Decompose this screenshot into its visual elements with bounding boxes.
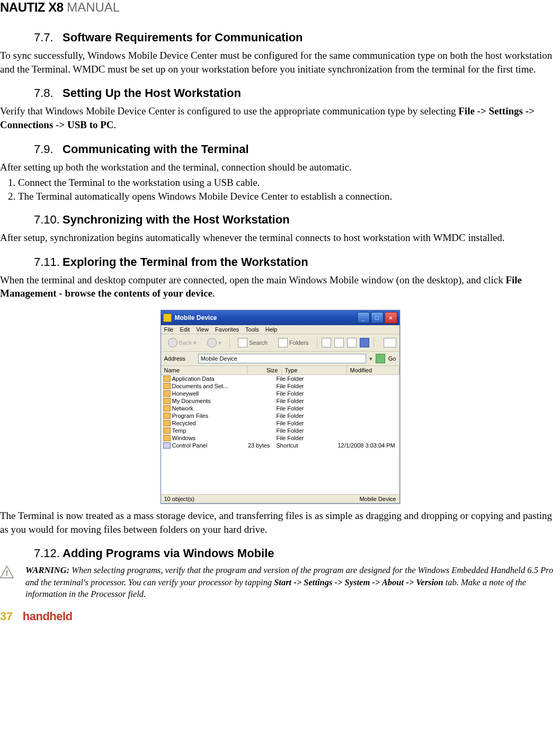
menu-tools[interactable]: Tools — [245, 326, 259, 333]
table-row[interactable]: TempFile Folder — [161, 427, 399, 434]
toolbar-divider — [317, 337, 317, 348]
menu-help[interactable]: Help — [265, 326, 278, 333]
file-modified — [335, 427, 399, 434]
folder-icon — [163, 413, 171, 419]
window-title: Mobile Device — [175, 314, 217, 321]
file-type: File Folder — [273, 434, 335, 442]
list-item: The Terminal automatically opens Windows… — [18, 191, 560, 202]
file-type: File Folder — [273, 375, 335, 382]
forward-icon — [207, 338, 217, 347]
table-row[interactable]: RecycledFile Folder — [161, 419, 399, 427]
go-label: Go — [388, 355, 396, 362]
file-size — [243, 427, 273, 434]
file-name: Recycled — [172, 419, 196, 427]
table-row[interactable]: Control Panel23 bytesShortcut12/1/2008 3… — [161, 442, 399, 449]
file-name: Temp — [172, 427, 186, 434]
header-manual: MANUAL — [64, 0, 120, 14]
minimize-button[interactable]: _ — [357, 312, 370, 324]
menu-file[interactable]: File — [164, 326, 174, 333]
toolbar-divider — [374, 337, 374, 348]
table-row[interactable]: WindowsFile Folder — [161, 434, 399, 442]
col-type-header[interactable]: Type — [282, 366, 347, 374]
file-size — [243, 382, 273, 390]
status-bar: 10 object(s) Mobile Device — [161, 494, 399, 503]
toolbar-icon[interactable] — [347, 338, 357, 347]
file-size — [243, 397, 273, 405]
doc-header: NAUTIZ X8 MANUAL — [0, 0, 560, 20]
file-type: File Folder — [273, 419, 335, 427]
back-button[interactable]: Back ▾ — [164, 336, 200, 349]
para-7-10: After setup, synchronization begins auto… — [0, 231, 560, 245]
control-panel-icon — [163, 442, 171, 449]
folder-icon — [163, 383, 171, 389]
col-modified-header[interactable]: Modified — [347, 366, 399, 374]
file-name: Control Panel — [172, 442, 208, 449]
file-type: File Folder — [273, 382, 335, 390]
file-list[interactable]: Application DataFile FolderDocuments and… — [161, 375, 399, 494]
maximize-button[interactable]: □ — [371, 312, 384, 324]
table-row[interactable]: HoneywellFile Folder — [161, 390, 399, 397]
file-modified — [335, 412, 399, 419]
file-modified — [335, 390, 399, 397]
file-type: File Folder — [273, 412, 335, 419]
file-size — [243, 434, 273, 442]
table-row[interactable]: Program FilesFile Folder — [161, 412, 399, 419]
file-type: File Folder — [273, 397, 335, 405]
address-bar: Address ▾ Go — [161, 352, 399, 366]
menu-edit[interactable]: Edit — [180, 326, 190, 333]
file-modified — [335, 397, 399, 405]
file-modified: 12/1/2008 3:03:04 PM — [335, 442, 399, 449]
para-7-11: When the terminal and desktop computer a… — [0, 273, 560, 300]
folder-icon — [163, 390, 171, 397]
toolbar-divider — [229, 337, 230, 348]
titlebar[interactable]: Mobile Device _ □ × — [161, 310, 399, 325]
go-button[interactable] — [376, 354, 385, 363]
column-headers: Name Size Type Modified — [161, 366, 399, 375]
heading-7-12: 7.12.Adding Programs via Windows Mobile — [34, 547, 560, 560]
table-row[interactable]: My DocumentsFile Folder — [161, 397, 399, 405]
table-row[interactable]: Application DataFile Folder — [161, 375, 399, 382]
address-input[interactable] — [198, 354, 366, 363]
menu-favorites[interactable]: Favorites — [215, 326, 239, 333]
toolbar-icon[interactable] — [334, 338, 344, 347]
search-button[interactable]: Search — [234, 336, 271, 349]
heading-7-10: 7.10.Synchronizing with the Host Worksta… — [34, 213, 560, 227]
file-type: File Folder — [273, 427, 335, 434]
folder-icon — [163, 398, 171, 404]
file-modified — [335, 419, 399, 427]
menubar: File Edit View Favorites Tools Help — [161, 325, 399, 334]
undo-icon[interactable] — [360, 338, 369, 347]
toolbar-icon[interactable] — [322, 338, 331, 347]
file-name: Network — [172, 405, 193, 412]
folders-button[interactable]: Folders — [274, 336, 313, 349]
views-button[interactable] — [384, 338, 396, 347]
para-7-8: Verify that Windows Mobile Device Center… — [0, 104, 560, 131]
file-name: Honeywell — [172, 390, 199, 397]
col-name-header[interactable]: Name — [161, 366, 247, 374]
list-item: Connect the Terminal to the workstation … — [18, 177, 560, 189]
file-name: Documents and Set... — [172, 382, 228, 390]
list-7-9: Connect the Terminal to the workstation … — [11, 177, 560, 202]
status-icon — [351, 496, 357, 502]
footer-brand: handheld — [23, 610, 73, 623]
para-7-7: To sync successfully, Windows Mobile Dev… — [0, 49, 560, 76]
forward-button[interactable]: ▾ — [203, 336, 225, 349]
file-modified — [335, 405, 399, 412]
table-row[interactable]: NetworkFile Folder — [161, 405, 399, 412]
warning-icon: ! — [0, 566, 14, 578]
file-type: Shortcut — [273, 442, 335, 449]
file-modified — [335, 434, 399, 442]
heading-7-7: 7.7.Software Requirements for Communicat… — [34, 31, 560, 44]
file-size — [243, 412, 273, 419]
close-button[interactable]: × — [385, 312, 397, 324]
status-right: Mobile Device — [359, 496, 396, 502]
page-number: 37 — [0, 610, 12, 623]
file-name: Application Data — [172, 375, 215, 382]
col-size-header[interactable]: Size — [247, 366, 282, 374]
file-modified — [335, 375, 399, 382]
folder-icon — [163, 435, 171, 441]
menu-view[interactable]: View — [196, 326, 209, 333]
file-name: Windows — [172, 434, 196, 442]
heading-7-9: 7.9.Communicating with the Terminal — [34, 142, 560, 156]
table-row[interactable]: Documents and Set...File Folder — [161, 382, 399, 390]
